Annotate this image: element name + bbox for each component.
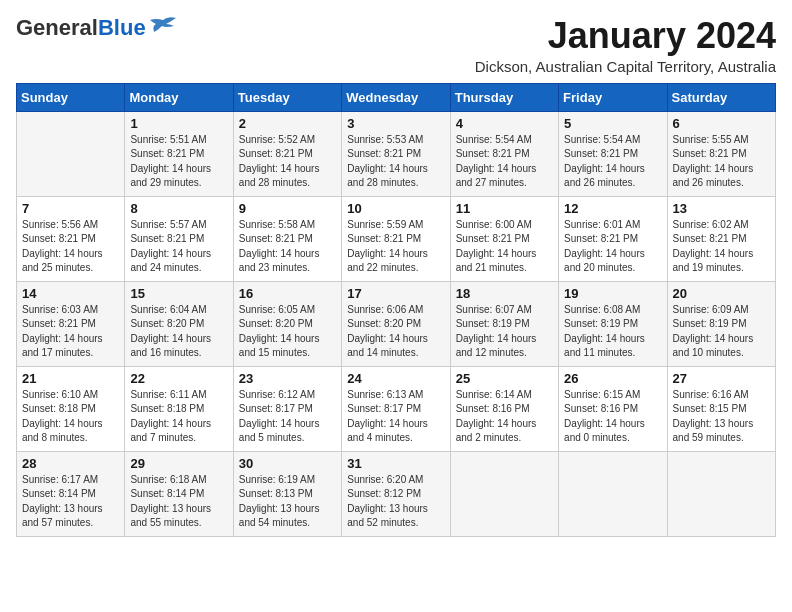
calendar-cell: 13Sunrise: 6:02 AMSunset: 8:21 PMDayligh…	[667, 196, 775, 281]
day-info: Sunrise: 6:06 AMSunset: 8:20 PMDaylight:…	[347, 303, 444, 361]
calendar-cell: 6Sunrise: 5:55 AMSunset: 8:21 PMDaylight…	[667, 111, 775, 196]
day-info: Sunrise: 5:54 AMSunset: 8:21 PMDaylight:…	[564, 133, 661, 191]
day-info: Sunrise: 6:12 AMSunset: 8:17 PMDaylight:…	[239, 388, 336, 446]
day-info: Sunrise: 6:03 AMSunset: 8:21 PMDaylight:…	[22, 303, 119, 361]
weekday-header-thursday: Thursday	[450, 83, 558, 111]
week-row-3: 14Sunrise: 6:03 AMSunset: 8:21 PMDayligh…	[17, 281, 776, 366]
day-number: 28	[22, 456, 119, 471]
day-number: 22	[130, 371, 227, 386]
calendar-cell: 24Sunrise: 6:13 AMSunset: 8:17 PMDayligh…	[342, 366, 450, 451]
day-info: Sunrise: 5:59 AMSunset: 8:21 PMDaylight:…	[347, 218, 444, 276]
calendar-cell	[450, 451, 558, 536]
calendar-cell: 31Sunrise: 6:20 AMSunset: 8:12 PMDayligh…	[342, 451, 450, 536]
calendar-cell: 5Sunrise: 5:54 AMSunset: 8:21 PMDaylight…	[559, 111, 667, 196]
day-number: 21	[22, 371, 119, 386]
day-info: Sunrise: 6:11 AMSunset: 8:18 PMDaylight:…	[130, 388, 227, 446]
logo-blue: Blue	[98, 15, 146, 40]
weekday-header-sunday: Sunday	[17, 83, 125, 111]
day-number: 15	[130, 286, 227, 301]
calendar-cell: 29Sunrise: 6:18 AMSunset: 8:14 PMDayligh…	[125, 451, 233, 536]
day-info: Sunrise: 6:15 AMSunset: 8:16 PMDaylight:…	[564, 388, 661, 446]
day-info: Sunrise: 6:08 AMSunset: 8:19 PMDaylight:…	[564, 303, 661, 361]
calendar-cell: 10Sunrise: 5:59 AMSunset: 8:21 PMDayligh…	[342, 196, 450, 281]
week-row-4: 21Sunrise: 6:10 AMSunset: 8:18 PMDayligh…	[17, 366, 776, 451]
weekday-header-tuesday: Tuesday	[233, 83, 341, 111]
day-info: Sunrise: 5:51 AMSunset: 8:21 PMDaylight:…	[130, 133, 227, 191]
calendar-cell: 8Sunrise: 5:57 AMSunset: 8:21 PMDaylight…	[125, 196, 233, 281]
day-info: Sunrise: 5:52 AMSunset: 8:21 PMDaylight:…	[239, 133, 336, 191]
day-number: 13	[673, 201, 770, 216]
day-number: 8	[130, 201, 227, 216]
location-subtitle: Dickson, Australian Capital Territory, A…	[475, 58, 776, 75]
calendar-cell: 30Sunrise: 6:19 AMSunset: 8:13 PMDayligh…	[233, 451, 341, 536]
calendar-cell: 3Sunrise: 5:53 AMSunset: 8:21 PMDaylight…	[342, 111, 450, 196]
week-row-2: 7Sunrise: 5:56 AMSunset: 8:21 PMDaylight…	[17, 196, 776, 281]
calendar-cell: 1Sunrise: 5:51 AMSunset: 8:21 PMDaylight…	[125, 111, 233, 196]
day-info: Sunrise: 6:01 AMSunset: 8:21 PMDaylight:…	[564, 218, 661, 276]
day-info: Sunrise: 6:00 AMSunset: 8:21 PMDaylight:…	[456, 218, 553, 276]
day-info: Sunrise: 5:56 AMSunset: 8:21 PMDaylight:…	[22, 218, 119, 276]
logo-general: General	[16, 15, 98, 40]
day-number: 18	[456, 286, 553, 301]
calendar-cell: 7Sunrise: 5:56 AMSunset: 8:21 PMDaylight…	[17, 196, 125, 281]
calendar-cell: 23Sunrise: 6:12 AMSunset: 8:17 PMDayligh…	[233, 366, 341, 451]
day-number: 10	[347, 201, 444, 216]
calendar-cell	[559, 451, 667, 536]
day-info: Sunrise: 5:53 AMSunset: 8:21 PMDaylight:…	[347, 133, 444, 191]
day-number: 3	[347, 116, 444, 131]
calendar-cell: 16Sunrise: 6:05 AMSunset: 8:20 PMDayligh…	[233, 281, 341, 366]
day-info: Sunrise: 5:55 AMSunset: 8:21 PMDaylight:…	[673, 133, 770, 191]
day-info: Sunrise: 6:20 AMSunset: 8:12 PMDaylight:…	[347, 473, 444, 531]
calendar-cell: 21Sunrise: 6:10 AMSunset: 8:18 PMDayligh…	[17, 366, 125, 451]
day-info: Sunrise: 5:54 AMSunset: 8:21 PMDaylight:…	[456, 133, 553, 191]
day-number: 26	[564, 371, 661, 386]
day-info: Sunrise: 6:19 AMSunset: 8:13 PMDaylight:…	[239, 473, 336, 531]
day-number: 14	[22, 286, 119, 301]
calendar-cell: 19Sunrise: 6:08 AMSunset: 8:19 PMDayligh…	[559, 281, 667, 366]
day-info: Sunrise: 6:02 AMSunset: 8:21 PMDaylight:…	[673, 218, 770, 276]
day-number: 23	[239, 371, 336, 386]
logo: GeneralBlue	[16, 16, 178, 40]
calendar-cell: 27Sunrise: 6:16 AMSunset: 8:15 PMDayligh…	[667, 366, 775, 451]
day-info: Sunrise: 6:14 AMSunset: 8:16 PMDaylight:…	[456, 388, 553, 446]
calendar-table: SundayMondayTuesdayWednesdayThursdayFrid…	[16, 83, 776, 537]
day-info: Sunrise: 6:07 AMSunset: 8:19 PMDaylight:…	[456, 303, 553, 361]
day-number: 2	[239, 116, 336, 131]
day-number: 19	[564, 286, 661, 301]
day-number: 30	[239, 456, 336, 471]
day-number: 20	[673, 286, 770, 301]
weekday-header-wednesday: Wednesday	[342, 83, 450, 111]
day-number: 17	[347, 286, 444, 301]
day-info: Sunrise: 6:18 AMSunset: 8:14 PMDaylight:…	[130, 473, 227, 531]
calendar-cell: 17Sunrise: 6:06 AMSunset: 8:20 PMDayligh…	[342, 281, 450, 366]
calendar-cell	[17, 111, 125, 196]
week-row-5: 28Sunrise: 6:17 AMSunset: 8:14 PMDayligh…	[17, 451, 776, 536]
day-number: 24	[347, 371, 444, 386]
day-number: 31	[347, 456, 444, 471]
month-year-title: January 2024	[475, 16, 776, 56]
day-number: 6	[673, 116, 770, 131]
logo-text: GeneralBlue	[16, 16, 146, 40]
day-number: 1	[130, 116, 227, 131]
calendar-cell: 26Sunrise: 6:15 AMSunset: 8:16 PMDayligh…	[559, 366, 667, 451]
weekday-header-row: SundayMondayTuesdayWednesdayThursdayFrid…	[17, 83, 776, 111]
day-info: Sunrise: 6:04 AMSunset: 8:20 PMDaylight:…	[130, 303, 227, 361]
calendar-cell: 9Sunrise: 5:58 AMSunset: 8:21 PMDaylight…	[233, 196, 341, 281]
calendar-cell: 22Sunrise: 6:11 AMSunset: 8:18 PMDayligh…	[125, 366, 233, 451]
day-number: 12	[564, 201, 661, 216]
day-number: 25	[456, 371, 553, 386]
day-number: 7	[22, 201, 119, 216]
calendar-cell: 12Sunrise: 6:01 AMSunset: 8:21 PMDayligh…	[559, 196, 667, 281]
calendar-cell	[667, 451, 775, 536]
day-number: 9	[239, 201, 336, 216]
weekday-header-monday: Monday	[125, 83, 233, 111]
weekday-header-saturday: Saturday	[667, 83, 775, 111]
title-area: January 2024 Dickson, Australian Capital…	[475, 16, 776, 75]
calendar-cell: 11Sunrise: 6:00 AMSunset: 8:21 PMDayligh…	[450, 196, 558, 281]
calendar-cell: 18Sunrise: 6:07 AMSunset: 8:19 PMDayligh…	[450, 281, 558, 366]
day-info: Sunrise: 6:17 AMSunset: 8:14 PMDaylight:…	[22, 473, 119, 531]
day-info: Sunrise: 6:16 AMSunset: 8:15 PMDaylight:…	[673, 388, 770, 446]
day-number: 4	[456, 116, 553, 131]
logo-bird-icon	[148, 16, 178, 38]
day-number: 27	[673, 371, 770, 386]
